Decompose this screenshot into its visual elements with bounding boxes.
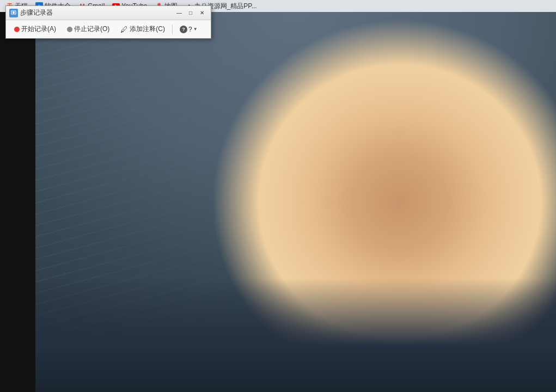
- steps-recorder-dialog: 步骤记录器 — □ ✕ 开始记录(A) 停止记录(O) 🖊 添加注释(C) ? …: [5, 5, 211, 39]
- steps-recorder-icon: [9, 9, 18, 17]
- start-record-button[interactable]: 开始记录(A): [9, 22, 61, 36]
- steps-toolbar: 开始记录(A) 停止记录(O) 🖊 添加注释(C) ? ? ▼: [6, 20, 211, 38]
- close-button[interactable]: ✕: [197, 8, 207, 18]
- help-icon: ?: [180, 26, 187, 33]
- desktop-wallpaper: [35, 12, 556, 392]
- svg-point-1: [13, 11, 15, 14]
- toolbar-separator: [172, 24, 173, 34]
- maximize-button[interactable]: □: [185, 8, 196, 18]
- add-comment-label: 添加注释(C): [130, 24, 165, 34]
- left-sidebar: [0, 12, 35, 392]
- add-comment-button[interactable]: 🖊 添加注释(C): [115, 22, 170, 36]
- help-button[interactable]: ? ? ▼: [175, 23, 203, 35]
- window-controls: — □ ✕: [174, 8, 207, 18]
- stop-record-label: 停止记录(O): [74, 24, 109, 34]
- record-dot-icon: [14, 27, 20, 32]
- wallpaper-floor: [35, 278, 556, 392]
- minimize-button[interactable]: —: [174, 8, 185, 18]
- help-dropdown-arrow: ▼: [193, 27, 198, 32]
- help-label: ?: [188, 26, 192, 33]
- add-comment-icon: 🖊: [120, 26, 128, 33]
- start-record-label: 开始记录(A): [21, 24, 56, 34]
- steps-title-bar: 步骤记录器 — □ ✕: [6, 6, 211, 20]
- stop-record-button[interactable]: 停止记录(O): [62, 22, 114, 36]
- dialog-title: 步骤记录器: [20, 8, 172, 17]
- stop-dot-icon: [67, 27, 72, 32]
